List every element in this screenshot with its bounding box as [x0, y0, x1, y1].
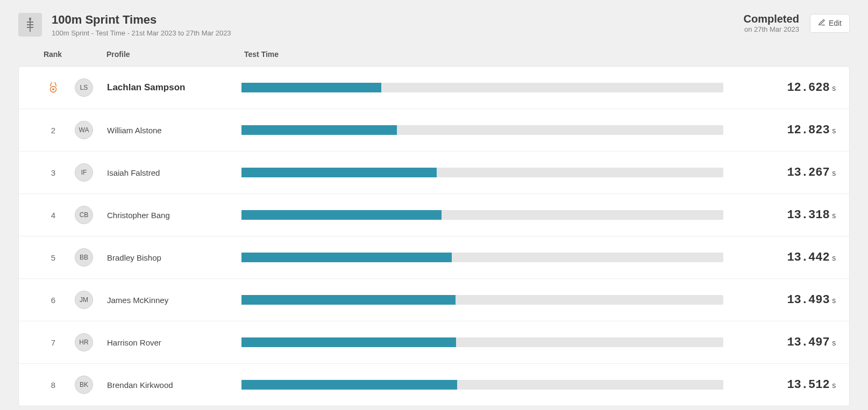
- bar-track: [241, 125, 723, 135]
- avatar: BB: [75, 248, 93, 267]
- test-time-value: 13.442s: [734, 251, 836, 264]
- bar-fill: [241, 253, 452, 262]
- rank-number: 6: [32, 296, 75, 305]
- avatar: LS: [75, 78, 93, 97]
- svg-rect-0: [29, 18, 31, 20]
- profile-name: James McKinney: [107, 296, 241, 305]
- status-date: on 27th Mar 2023: [744, 25, 799, 33]
- bar-track: [241, 380, 723, 390]
- leaderboard-list: LSLachlan Sampson12.628s2WAWilliam Alsto…: [18, 66, 850, 406]
- avatar: JM: [75, 291, 93, 309]
- table-row[interactable]: 4CBChristopher Bang13.318s: [19, 194, 849, 236]
- bar-track: [241, 337, 723, 347]
- bar-track: [241, 295, 723, 305]
- avatar: BK: [75, 376, 93, 394]
- edit-button[interactable]: Edit: [810, 14, 850, 33]
- table-row[interactable]: LSLachlan Sampson12.628s: [19, 67, 849, 109]
- table-row[interactable]: 8BKBrendan Kirkwood13.512s: [19, 364, 849, 406]
- rank-number: 7: [32, 338, 75, 347]
- svg-rect-3: [27, 24, 33, 25]
- test-time-value: 12.823s: [734, 124, 836, 137]
- rank-number: 2: [32, 126, 75, 135]
- test-time-value: 13.497s: [734, 336, 836, 349]
- avatar: WA: [75, 121, 93, 139]
- avatar: CB: [75, 206, 93, 224]
- bar-track: [241, 83, 723, 92]
- test-time-value: 13.493s: [734, 293, 836, 307]
- bar-fill: [241, 168, 437, 177]
- medal-icon: [32, 82, 75, 93]
- bar-fill: [241, 125, 397, 135]
- profile-name: Harrison Rover: [107, 338, 241, 347]
- column-headers: Rank Profile Test Time: [18, 50, 850, 66]
- test-time-value: 13.318s: [734, 208, 836, 222]
- avatar: IF: [75, 163, 93, 182]
- profile-name: Lachlan Sampson: [107, 82, 241, 93]
- page-header: 100m Sprint Times 100m Sprint - Test Tim…: [18, 13, 850, 37]
- page-title: 100m Sprint Times: [52, 13, 231, 27]
- bar-fill: [241, 295, 456, 305]
- profile-name: William Alstone: [107, 126, 241, 135]
- col-rank: Rank: [31, 50, 74, 59]
- profile-name: Christopher Bang: [107, 211, 241, 220]
- pencil-icon: [818, 19, 826, 28]
- table-row[interactable]: 3IFIsaiah Falstred13.267s: [19, 152, 849, 194]
- bar-fill: [241, 210, 442, 220]
- test-time-value: 13.512s: [734, 378, 836, 392]
- page-subtitle: 100m Sprint - Test Time - 21st Mar 2023 …: [52, 29, 231, 37]
- col-testtime: Test Time: [241, 50, 735, 59]
- profile-name: Isaiah Falstred: [107, 168, 241, 177]
- svg-rect-4: [27, 27, 33, 28]
- bar-fill: [241, 380, 457, 390]
- profile-name: Brendan Kirkwood: [107, 380, 241, 390]
- rank-number: 3: [32, 168, 75, 177]
- rank-number: 4: [32, 211, 75, 220]
- table-row[interactable]: 7HRHarrison Rover13.497s: [19, 321, 849, 364]
- table-row[interactable]: 2WAWilliam Alstone12.823s: [19, 109, 849, 152]
- bar-track: [241, 210, 723, 220]
- bar-track: [241, 253, 723, 262]
- rank-number: 5: [32, 253, 75, 262]
- bar-fill: [241, 337, 456, 347]
- avatar: HR: [75, 333, 93, 351]
- bar-fill: [241, 83, 381, 92]
- leaderboard-icon: [18, 13, 42, 37]
- test-time-value: 12.628s: [734, 81, 836, 95]
- svg-rect-2: [27, 21, 33, 23]
- table-row[interactable]: 6JMJames McKinney13.493s: [19, 279, 849, 321]
- status-label: Completed: [744, 13, 799, 25]
- col-profile: Profile: [106, 50, 241, 59]
- bar-track: [241, 168, 723, 177]
- svg-point-6: [52, 88, 54, 90]
- profile-name: Bradley Bishop: [107, 253, 241, 262]
- test-time-value: 13.267s: [734, 166, 836, 179]
- edit-button-label: Edit: [829, 19, 842, 27]
- rank-number: 8: [32, 380, 75, 390]
- table-row[interactable]: 5BBBradley Bishop13.442s: [19, 236, 849, 279]
